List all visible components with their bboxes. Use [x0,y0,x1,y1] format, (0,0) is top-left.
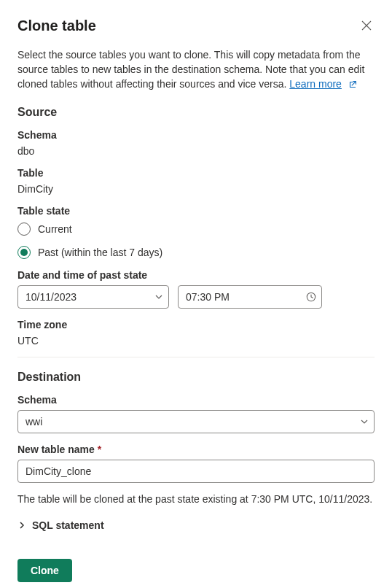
clone-summary: The table will be cloned at the past sta… [17,493,375,505]
timezone-field: Time zone UTC [17,319,375,347]
close-button[interactable] [358,18,375,36]
clone-button[interactable]: Clone [17,559,72,582]
date-input[interactable] [17,285,169,309]
new-table-name-label: New table name * [17,444,375,455]
destination-schema-label: Schema [17,394,375,406]
destination-schema-field: Schema wwi [17,394,375,433]
radio-current[interactable]: Current [17,223,375,236]
label-text: New table name [17,444,95,455]
datetime-label: Date and time of past state [17,269,375,281]
external-link-icon [348,80,358,90]
table-state-field: Table state Current Past (within the las… [17,205,375,259]
timezone-value: UTC [17,335,39,347]
source-table-label: Table [17,167,375,179]
new-table-name-field: New table name * [17,444,375,483]
source-heading: Source [17,106,375,119]
learn-more-link[interactable]: Learn more [289,78,342,90]
chevron-right-icon [17,521,26,530]
source-schema-field: Schema dbo [17,129,375,157]
source-schema-value: dbo [17,145,34,157]
time-input[interactable] [178,285,322,309]
radio-icon [17,223,31,236]
required-asterisk: * [98,444,101,455]
close-icon [361,20,372,31]
source-table-value: DimCity [17,183,53,195]
radio-past-label: Past (within the last 7 days) [38,247,162,258]
radio-current-label: Current [38,223,72,235]
radio-past[interactable]: Past (within the last 7 days) [17,246,375,259]
destination-heading: Destination [17,371,375,384]
section-divider [17,357,375,357]
sql-statement-accordion[interactable]: SQL statement [17,515,375,535]
source-table-field: Table DimCity [17,167,375,195]
dialog-description: Select the source tables you want to clo… [17,47,375,91]
table-state-label: Table state [17,205,375,217]
source-schema-label: Schema [17,129,375,141]
radio-icon [17,246,31,259]
timezone-label: Time zone [17,319,375,330]
destination-schema-select[interactable]: wwi [17,410,375,433]
accordion-label: SQL statement [32,519,104,531]
new-table-name-input[interactable] [17,460,375,483]
dialog-title: Clone table [17,18,96,34]
